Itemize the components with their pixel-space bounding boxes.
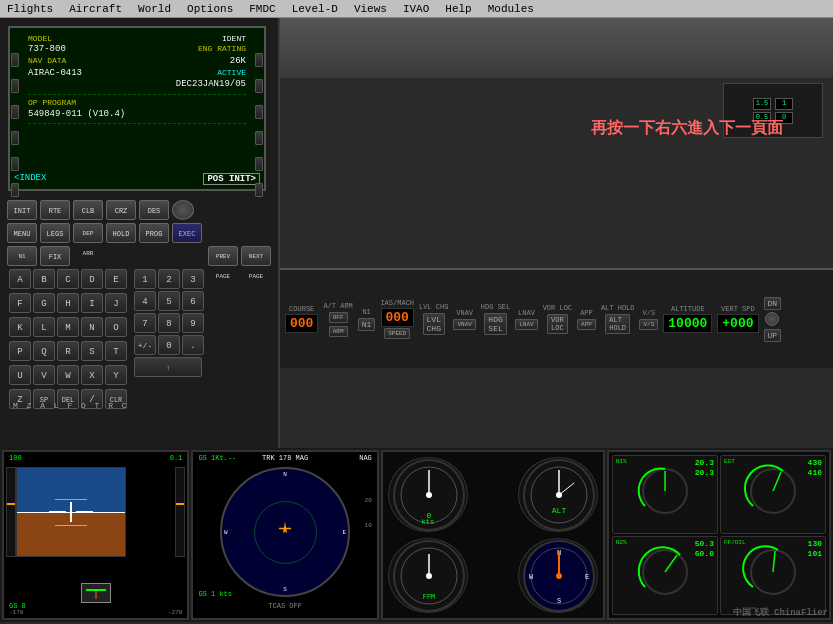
btn-O[interactable]: O bbox=[105, 317, 127, 337]
btn-exec[interactable]: EXEC bbox=[172, 223, 202, 243]
btn-4[interactable]: 4 bbox=[134, 291, 156, 311]
ap-althold-btn[interactable]: ALTHOLD bbox=[605, 314, 630, 334]
ap-at-btn-arm[interactable]: ARM bbox=[329, 326, 348, 337]
rsk6-right[interactable] bbox=[255, 183, 263, 197]
ap-course-label: COURSE bbox=[289, 305, 314, 313]
menu-views[interactable]: Views bbox=[351, 3, 390, 15]
btn-clb[interactable]: CLB bbox=[73, 200, 103, 220]
btn-H[interactable]: H bbox=[57, 293, 79, 313]
nd-range-label: 20 bbox=[365, 497, 372, 504]
btn-des[interactable]: DES bbox=[139, 200, 169, 220]
btn-prevpage[interactable]: PREVPAGE bbox=[208, 246, 238, 266]
alpha-row-5: U V W X Y bbox=[7, 365, 129, 385]
btn-E[interactable]: E bbox=[105, 269, 127, 289]
btn-A[interactable]: A bbox=[9, 269, 31, 289]
btn-6[interactable]: 6 bbox=[182, 291, 204, 311]
ap-n1-btn[interactable]: N1 bbox=[358, 318, 376, 331]
btn-legs[interactable]: LEGS bbox=[40, 223, 70, 243]
btn-F[interactable]: F bbox=[9, 293, 31, 313]
menu-options[interactable]: Options bbox=[184, 3, 236, 15]
menu-aircraft[interactable]: Aircraft bbox=[66, 3, 125, 15]
ap-alt-dn[interactable]: DN bbox=[764, 297, 782, 310]
fmc-rsk-posinit[interactable]: POS INIT> bbox=[203, 173, 260, 185]
btn-8[interactable]: 8 bbox=[158, 313, 180, 333]
lsk2-left[interactable] bbox=[11, 79, 19, 93]
menu-ivao[interactable]: IVAO bbox=[400, 3, 432, 15]
btn-J[interactable]: J bbox=[105, 293, 127, 313]
ap-lnav-btn[interactable]: LNAV bbox=[515, 319, 537, 330]
btn-3[interactable]: 3 bbox=[182, 269, 204, 289]
btn-L[interactable]: L bbox=[33, 317, 55, 337]
btn-X[interactable]: X bbox=[81, 365, 103, 385]
rsk1-right[interactable] bbox=[255, 53, 263, 67]
svg-point-5 bbox=[426, 492, 432, 498]
btn-0[interactable]: 0 bbox=[158, 335, 180, 355]
btn-N[interactable]: N bbox=[81, 317, 103, 337]
btn-extra1[interactable]: ↑ bbox=[134, 357, 202, 377]
btn-n1lmt[interactable]: N1LMT bbox=[7, 246, 37, 266]
svg-text:S: S bbox=[557, 597, 561, 605]
btn-9[interactable]: 9 bbox=[182, 313, 204, 333]
ap-alt-knob[interactable] bbox=[765, 312, 779, 326]
menu-leveld[interactable]: Level-D bbox=[289, 3, 341, 15]
btn-T[interactable]: T bbox=[105, 341, 127, 361]
btn-nextpage[interactable]: NEXTPAGE bbox=[241, 246, 271, 266]
menu-flights[interactable]: Flights bbox=[4, 3, 56, 15]
btn-K[interactable]: K bbox=[9, 317, 31, 337]
btn-fix[interactable]: FIX bbox=[40, 246, 70, 266]
btn-crz[interactable]: CRZ bbox=[106, 200, 136, 220]
btn-Q[interactable]: Q bbox=[33, 341, 55, 361]
fmc-knob[interactable] bbox=[172, 200, 194, 220]
lsk6-left[interactable] bbox=[11, 183, 19, 197]
btn-Y[interactable]: Y bbox=[105, 365, 127, 385]
btn-G[interactable]: G bbox=[33, 293, 55, 313]
btn-init[interactable]: INITREF bbox=[7, 200, 37, 220]
menu-help[interactable]: Help bbox=[442, 3, 474, 15]
ap-n1-label: N1 bbox=[362, 308, 370, 316]
btn-U[interactable]: U bbox=[9, 365, 31, 385]
btn-P[interactable]: P bbox=[9, 341, 31, 361]
btn-C[interactable]: C bbox=[57, 269, 79, 289]
btn-D[interactable]: D bbox=[81, 269, 103, 289]
btn-M[interactable]: M bbox=[57, 317, 79, 337]
btn-V[interactable]: V bbox=[33, 365, 55, 385]
rsk3-right[interactable] bbox=[255, 105, 263, 119]
rsk4-right[interactable] bbox=[255, 131, 263, 145]
ap-lvlchg-btn[interactable]: LVLCHG bbox=[423, 313, 445, 335]
btn-5[interactable]: 5 bbox=[158, 291, 180, 311]
ap-hdg-btn[interactable]: HDGSEL bbox=[484, 313, 506, 335]
ap-speed-btn[interactable]: SPEED bbox=[384, 328, 410, 339]
ap-alt-up[interactable]: UP bbox=[764, 329, 782, 342]
btn-B[interactable]: B bbox=[33, 269, 55, 289]
menu-world[interactable]: World bbox=[135, 3, 174, 15]
btn-I[interactable]: I bbox=[81, 293, 103, 313]
btn-S[interactable]: S bbox=[81, 341, 103, 361]
lsk3-left[interactable] bbox=[11, 105, 19, 119]
ap-vs-btn[interactable]: V/S bbox=[639, 319, 658, 330]
rsk2-right[interactable] bbox=[255, 79, 263, 93]
ap-vnav-btn[interactable]: VNAV bbox=[453, 319, 475, 330]
btn-plusminus[interactable]: +/- bbox=[134, 335, 156, 355]
btn-menu[interactable]: MENU bbox=[7, 223, 37, 243]
btn-deparr[interactable]: DEPARR bbox=[73, 223, 103, 243]
btn-hold[interactable]: HOLD bbox=[106, 223, 136, 243]
ap-vorloc-btn[interactable]: VORLOC bbox=[547, 314, 568, 334]
rsk5-right[interactable] bbox=[255, 157, 263, 171]
lsk4-left[interactable] bbox=[11, 131, 19, 145]
ap-app-btn[interactable]: APP bbox=[577, 319, 596, 330]
btn-1[interactable]: 1 bbox=[134, 269, 156, 289]
fmc-lsk-index[interactable]: <INDEX bbox=[14, 173, 46, 185]
btn-rte[interactable]: RTE bbox=[40, 200, 70, 220]
lsk1-left[interactable] bbox=[11, 53, 19, 67]
btn-R[interactable]: R bbox=[57, 341, 79, 361]
ap-vorloc-label: VOR LOC bbox=[543, 304, 572, 312]
btn-2[interactable]: 2 bbox=[158, 269, 180, 289]
btn-dot[interactable]: . bbox=[182, 335, 204, 355]
btn-prog[interactable]: PROG bbox=[139, 223, 169, 243]
btn-W[interactable]: W bbox=[57, 365, 79, 385]
menu-fmdc[interactable]: FMDC bbox=[246, 3, 278, 15]
lsk5-left[interactable] bbox=[11, 157, 19, 171]
btn-7[interactable]: 7 bbox=[134, 313, 156, 333]
menu-modules[interactable]: Modules bbox=[485, 3, 537, 15]
ap-at-btn-off[interactable]: OFF bbox=[329, 312, 348, 323]
